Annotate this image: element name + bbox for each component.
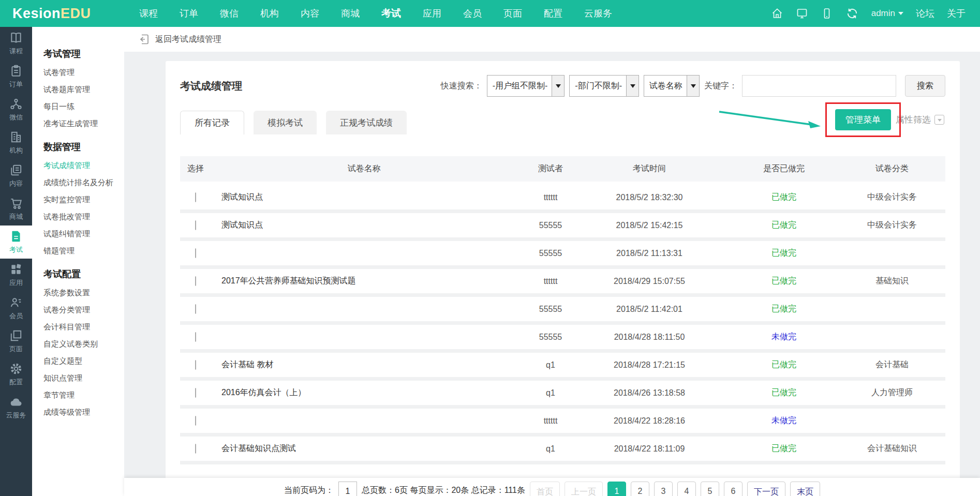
top-nav-item[interactable]: 机构 — [249, 7, 290, 20]
pagination-buttons: 首页上一页123456下一页末页 — [530, 482, 820, 496]
mobile-icon[interactable] — [821, 7, 833, 20]
row-checkbox[interactable] — [195, 388, 196, 398]
search-button[interactable]: 搜索 — [905, 75, 945, 97]
admin-menu[interactable]: admin — [871, 8, 903, 19]
paper-name-select[interactable]: 试卷名称 — [644, 75, 700, 97]
row-checkbox[interactable] — [195, 248, 196, 258]
sidebar-menu-entry[interactable]: 实时监控管理 — [43, 191, 124, 208]
rail-item-orders[interactable]: 订单 — [0, 60, 32, 93]
app-logo[interactable]: KesionEDU — [0, 6, 128, 22]
sidebar-menu-entry[interactable]: 成绩统计排名及分析 — [43, 174, 124, 191]
tab-formal-exam-results[interactable]: 正规考试成绩 — [326, 111, 407, 134]
table-row: 55555 2018/5/2 11:42:01 已做完 — [180, 297, 945, 325]
sidebar-menu-entry[interactable]: 自定义试卷类别 — [43, 336, 124, 353]
sidebar-menu-entry[interactable]: 考试管理 — [43, 48, 124, 60]
row-checkbox[interactable] — [195, 444, 196, 454]
rail-item-institution[interactable]: 机构 — [0, 126, 32, 159]
sidebar-menu-entry[interactable]: 试卷分类管理 — [43, 302, 124, 319]
sidebar-menu-entry[interactable]: 会计科目管理 — [43, 319, 124, 336]
sidebar-menu-entry[interactable]: 数据管理 — [43, 141, 124, 153]
sidebar-menu-entry[interactable]: 成绩等级管理 — [43, 404, 124, 421]
sidebar-menu-entry[interactable]: 试题纠错管理 — [43, 226, 124, 243]
logo-accent: EDU — [61, 6, 91, 21]
tab-all-records[interactable]: 所有记录 — [180, 111, 244, 134]
cell-paper-name: 会计基础 教材 — [211, 359, 517, 370]
page-button[interactable]: 末页 — [790, 482, 820, 496]
rail-item-members[interactable]: 会员 — [0, 292, 32, 325]
row-checkbox[interactable] — [195, 360, 196, 370]
rail-item-mall[interactable]: 商城 — [0, 192, 32, 226]
refresh-icon[interactable] — [845, 7, 859, 20]
row-checkbox[interactable] — [195, 304, 196, 314]
sidebar-menu-entry[interactable]: 试卷题库管理 — [43, 81, 124, 98]
home-icon[interactable] — [771, 7, 783, 20]
sidebar-menu-entry[interactable]: 知识点管理 — [43, 370, 124, 387]
rail-item-courses[interactable]: 课程 — [0, 27, 32, 60]
panel-header: 考试成绩管理 快速搜索： -用户组不限制- -部门不限制- 试卷名称 关键字： … — [180, 73, 945, 98]
page-button[interactable]: 6 — [724, 482, 743, 496]
cell-exam-time: 2018/5/2 15:42:15 — [584, 221, 715, 230]
top-nav-item[interactable]: 应用 — [412, 7, 452, 20]
rail-item-apps[interactable]: 应用 — [0, 259, 32, 292]
pagination-stats: 总页数：6页 每页显示：20条 总记录：111条 — [362, 482, 525, 496]
row-checkbox[interactable] — [195, 416, 196, 426]
sidebar-menu-entry[interactable]: 错题管理 — [43, 243, 124, 260]
sidebar-menu-entry[interactable]: 考试成绩管理 — [43, 157, 124, 174]
cell-category: 中级会计实务 — [853, 192, 931, 203]
usergroup-select[interactable]: -用户组不限制- — [487, 75, 565, 97]
share-nodes-icon — [9, 97, 23, 111]
forum-link[interactable]: 论坛 — [916, 7, 934, 20]
page-button[interactable]: 3 — [654, 482, 673, 496]
page-button[interactable]: 1 — [607, 482, 626, 496]
back-return-icon[interactable] — [138, 33, 150, 46]
top-nav-item[interactable]: 内容 — [290, 7, 330, 20]
sidebar-menu-entry[interactable]: 试卷批改管理 — [43, 208, 124, 226]
page-button[interactable]: 下一页 — [747, 482, 785, 496]
sidebar-menu-entry[interactable]: 自定义题型 — [43, 353, 124, 370]
page-button[interactable]: 首页 — [530, 482, 560, 496]
top-nav-item[interactable]: 商城 — [330, 7, 370, 20]
top-nav-item[interactable]: 会员 — [452, 7, 493, 20]
row-checkbox[interactable] — [195, 220, 196, 230]
manage-menu-button[interactable]: 管理菜单 — [835, 109, 891, 130]
cell-tester: tttttt — [517, 193, 584, 202]
sidebar-menu-entry[interactable]: 章节管理 — [43, 387, 124, 404]
rail-item-content[interactable]: 内容 — [0, 159, 32, 192]
top-nav-item[interactable]: 考试 — [370, 7, 412, 20]
paper-name-select-value: 试卷名称 — [644, 76, 687, 96]
page-button[interactable]: 4 — [677, 482, 696, 496]
breadcrumb-back-link[interactable]: 返回考试成绩管理 — [155, 34, 221, 45]
rail-item-cloud[interactable]: 云服务 — [0, 391, 32, 424]
row-checkbox[interactable] — [195, 332, 196, 342]
monitor-icon[interactable] — [796, 7, 808, 20]
rail-item-wechat[interactable]: 微信 — [0, 93, 32, 126]
top-nav-item[interactable]: 云服务 — [573, 7, 623, 20]
sidebar-menu-entry[interactable]: 每日一练 — [43, 98, 124, 115]
rail-item-exam[interactable]: 考试 — [0, 226, 32, 259]
top-nav-item[interactable]: 微信 — [209, 7, 249, 20]
page-button[interactable]: 2 — [631, 482, 649, 496]
rail-item-settings[interactable]: 配置 — [0, 358, 32, 391]
current-page-input[interactable]: 1 — [338, 482, 357, 496]
top-nav-item[interactable]: 订单 — [169, 7, 209, 20]
top-nav-item[interactable]: 配置 — [533, 7, 573, 20]
department-select[interactable]: -部门不限制- — [569, 75, 639, 97]
sidebar-menu-entry[interactable]: 系统参数设置 — [43, 284, 124, 302]
cell-finished-status: 未做完 — [715, 415, 853, 426]
page-button[interactable]: 上一页 — [565, 482, 603, 496]
page-button[interactable]: 5 — [701, 482, 719, 496]
about-link[interactable]: 关于 — [947, 7, 966, 20]
sidebar-menu-entry[interactable]: 考试配置 — [43, 268, 124, 280]
cell-category: 人力管理师 — [853, 387, 931, 398]
cell-finished-status: 已做完 — [715, 192, 853, 203]
keyword-input[interactable] — [742, 75, 896, 97]
sidebar-menu-entry[interactable]: 准考证生成管理 — [43, 115, 124, 132]
row-checkbox[interactable] — [195, 192, 196, 202]
tab-mock-exam[interactable]: 模拟考试 — [254, 111, 317, 134]
sidebar-menu-entry[interactable]: 试卷管理 — [43, 64, 124, 81]
top-nav-item[interactable]: 页面 — [493, 7, 533, 20]
rail-item-pages[interactable]: 页面 — [0, 325, 32, 358]
attribute-filter-toggle[interactable]: 属性筛选 — [896, 114, 944, 126]
row-checkbox[interactable] — [195, 276, 196, 286]
top-nav-item[interactable]: 课程 — [128, 7, 169, 20]
